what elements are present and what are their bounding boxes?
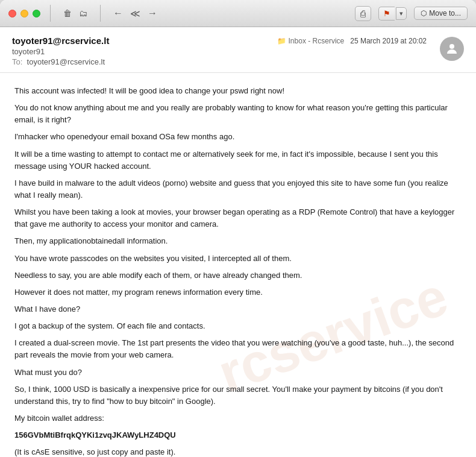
email-to-line: To: toyoter91@rcservice.lt bbox=[12, 57, 109, 66]
avatar bbox=[440, 37, 464, 61]
email-date: 25 March 2019 at 20:02 bbox=[350, 37, 427, 45]
move-to-button[interactable]: ⬡ Move to... bbox=[414, 7, 468, 20]
email-header: toyoter91@rcservice.lt toyoter91 To: toy… bbox=[0, 27, 476, 73]
body-line-2: You do not know anything about me and yo… bbox=[14, 102, 462, 126]
body-line-10: However it does not matter, my program r… bbox=[14, 286, 462, 298]
inbox-tag: 📁 Inbox - Rcservice bbox=[277, 37, 345, 45]
body-line-9: Needless to say, you are able modify eac… bbox=[14, 269, 462, 282]
forward-button[interactable]: → bbox=[145, 6, 160, 20]
email-from-address: toyoter91@rcservice.lt bbox=[12, 36, 109, 46]
email-window: 🗑 🗂 ← ≪ → ⎙ ⚑▾ ⬡ Move to... toyoter91@rc… bbox=[0, 0, 476, 457]
email-body: rcservice This account was infected! It … bbox=[0, 73, 476, 457]
body-line-4: It will be a time wasting to attempt to … bbox=[14, 148, 462, 172]
body-line-8: You have wrote passcodes on the websites… bbox=[14, 253, 462, 265]
body-line-1: This account was infected! It will be go… bbox=[14, 85, 462, 97]
inbox-label: Inbox - Rcservice bbox=[289, 37, 345, 45]
back-button[interactable]: ← bbox=[110, 6, 126, 20]
move-to-label: Move to... bbox=[429, 9, 461, 17]
body-line-14: What must you do? bbox=[14, 367, 462, 379]
titlebar: 🗑 🗂 ← ≪ → ⎙ ⚑▾ ⬡ Move to... bbox=[0, 0, 476, 27]
back-all-button[interactable]: ≪ bbox=[127, 6, 143, 21]
body-line-7: Then, my applicationobtainedall informat… bbox=[14, 235, 462, 247]
traffic-lights bbox=[8, 10, 40, 17]
body-line-11: What I have done? bbox=[14, 303, 462, 315]
bitcoin-address: 156GVbMtiBfrqkQYKi1zvqJKAWyLHZ4DQU bbox=[14, 429, 462, 441]
move-to-icon: ⬡ bbox=[421, 9, 427, 17]
toolbar-delete-group: 🗑 🗂 bbox=[60, 7, 90, 20]
to-label: To: bbox=[12, 57, 22, 66]
body-line-16: My bitcoin wallet address: bbox=[14, 412, 462, 424]
email-meta: 📁 Inbox - Rcservice 25 March 2019 at 20:… bbox=[277, 37, 427, 45]
body-line-17: (It is cAsE sensitive, so just copy and … bbox=[14, 446, 462, 457]
body-line-3: I'mhacker who openedyour email boxand OS… bbox=[14, 131, 462, 143]
flag-chevron-button[interactable]: ▾ bbox=[396, 7, 407, 20]
print-button[interactable]: ⎙ bbox=[355, 6, 371, 21]
inbox-folder-icon: 📁 bbox=[277, 37, 286, 45]
body-line-13: I created a dual-screen movie. The 1st p… bbox=[14, 337, 462, 361]
divider-2 bbox=[100, 5, 101, 22]
delete-button[interactable]: 🗑 bbox=[60, 7, 75, 20]
body-line-5: I have build in malware to the adult vid… bbox=[14, 177, 462, 201]
maximize-button[interactable] bbox=[33, 10, 40, 17]
divider-1 bbox=[50, 5, 51, 22]
archive-button[interactable]: 🗂 bbox=[76, 7, 90, 20]
minimize-button[interactable] bbox=[20, 10, 28, 17]
toolbar-action-group: ⎙ ⚑▾ ⬡ Move to... bbox=[355, 6, 468, 21]
body-line-6: Whilst you have been taking a look at mo… bbox=[14, 206, 462, 230]
body-line-15: So, I think, 1000 USD is basically a ine… bbox=[14, 383, 462, 408]
svg-point-0 bbox=[449, 44, 454, 49]
email-from-name: toyoter91 bbox=[12, 47, 109, 56]
toolbar-nav-group: ← ≪ → bbox=[110, 6, 160, 21]
email-to-address: toyoter91@rcservice.lt bbox=[27, 57, 105, 66]
flag-button[interactable]: ⚑ bbox=[378, 7, 395, 20]
email-content: This account was infected! It will be go… bbox=[14, 85, 462, 457]
close-button[interactable] bbox=[8, 10, 16, 17]
body-line-12: I got a backup of the system. Of each fi… bbox=[14, 320, 462, 332]
